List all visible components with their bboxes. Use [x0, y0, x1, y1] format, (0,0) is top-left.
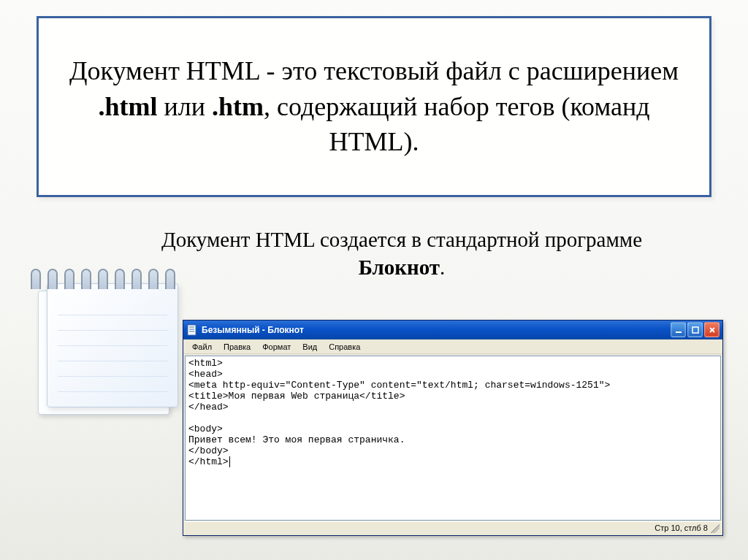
- def-bold: .html: [98, 92, 157, 121]
- menu-view[interactable]: Вид: [298, 342, 321, 352]
- definition-box: Документ HTML - это текстовый файл с рас…: [37, 16, 711, 197]
- resize-grip-icon[interactable]: [711, 524, 720, 533]
- window-controls: [671, 322, 720, 337]
- subtitle-part: .: [440, 256, 445, 279]
- minimize-button[interactable]: [671, 322, 686, 337]
- statusbar: Стр 10, стлб 8: [185, 521, 721, 534]
- code-line: Привет всем! Это моя первая страничка.: [188, 434, 405, 445]
- code-line: </body>: [188, 445, 229, 456]
- notepad-page-front: [47, 283, 178, 407]
- code-line: </head>: [188, 402, 229, 413]
- subtitle: Документ HTML создается в стандартной пр…: [139, 226, 665, 281]
- notepad-app-icon: [186, 324, 198, 336]
- editor-body[interactable]: <html> <head> <meta http-equiv="Content-…: [185, 356, 721, 521]
- subtitle-bold: Блокнот: [359, 256, 440, 279]
- text-cursor: [229, 456, 236, 467]
- notepad-clipart: [18, 261, 186, 437]
- code-line: <meta http-equiv="Content-Type" content=…: [188, 380, 610, 391]
- def-bold: .htm: [212, 92, 264, 121]
- svg-rect-4: [676, 331, 682, 333]
- code-line: <title>Моя первая Web страница</title>: [188, 391, 405, 402]
- code-line: <body>: [188, 423, 223, 434]
- menu-help[interactable]: Справка: [324, 342, 365, 352]
- notepad-window: Безымянный - Блокнот Файл Правка Формат …: [183, 320, 723, 536]
- titlebar[interactable]: Безымянный - Блокнот: [183, 321, 722, 340]
- maximize-button[interactable]: [687, 322, 703, 337]
- code-line: <html>: [188, 358, 223, 369]
- svg-rect-0: [188, 325, 196, 335]
- menubar: Файл Правка Формат Вид Справка: [183, 340, 722, 354]
- code-line: <head>: [188, 369, 223, 380]
- menu-edit[interactable]: Правка: [219, 342, 255, 352]
- subtitle-part: Документ HTML создается в стандартной пр…: [161, 228, 642, 251]
- svg-rect-5: [692, 327, 698, 333]
- def-part: Документ HTML - это текстовый файл с рас…: [69, 56, 679, 85]
- menu-file[interactable]: Файл: [188, 342, 216, 352]
- menu-format[interactable]: Формат: [258, 342, 295, 352]
- code-line: </html>: [188, 456, 229, 467]
- def-part: или: [157, 92, 212, 121]
- definition-text: Документ HTML - это текстовый файл с рас…: [59, 53, 689, 160]
- close-button[interactable]: [704, 322, 720, 337]
- window-title: Безымянный - Блокнот: [202, 325, 671, 335]
- status-text: Стр 10, стлб 8: [654, 523, 708, 532]
- def-part: , содержащий набор тегов (команд HTML).: [264, 92, 650, 157]
- notepad-spiral: [31, 269, 175, 289]
